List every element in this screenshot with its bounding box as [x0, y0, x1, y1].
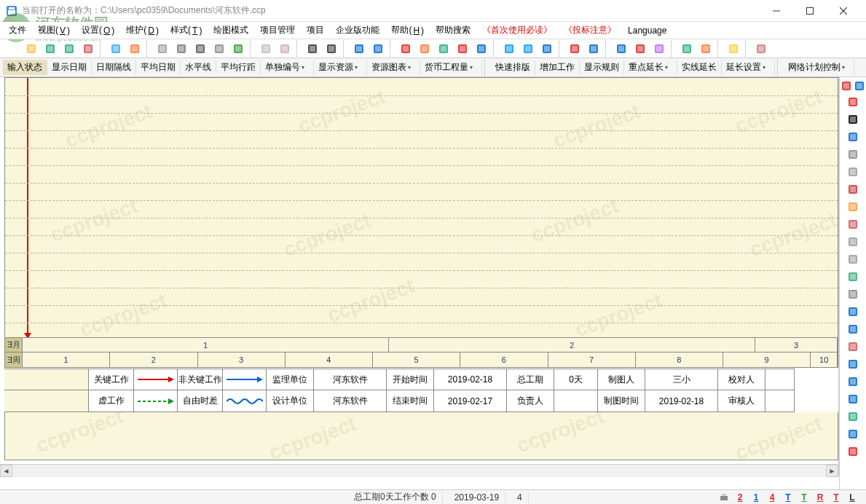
- date-icon[interactable]: [154, 41, 171, 57]
- target-icon[interactable]: [697, 41, 715, 57]
- cursor-icon[interactable]: [840, 112, 866, 127]
- menu-item-6[interactable]: 项目管理: [256, 23, 299, 38]
- toolbar2-item-5[interactable]: 平均行距: [216, 60, 261, 75]
- bars-red-icon[interactable]: [631, 41, 649, 57]
- spt-icon[interactable]: [840, 182, 866, 197]
- node2-icon[interactable]: [519, 41, 537, 57]
- text-icon[interactable]: [840, 217, 866, 232]
- stamp-icon[interactable]: [752, 41, 770, 57]
- toolbar2-item-11[interactable]: 快速排版: [491, 60, 535, 75]
- rect-icon[interactable]: [840, 339, 866, 354]
- toolbar2-item-4[interactable]: 水平线: [181, 60, 216, 75]
- style-red2-icon[interactable]: [454, 41, 471, 57]
- ruler-icon[interactable]: [840, 130, 866, 144]
- status-indicator-1[interactable]: 1: [749, 492, 763, 503]
- status-indicator-3[interactable]: T: [782, 492, 795, 503]
- vline2-icon[interactable]: [840, 322, 866, 336]
- layers2-icon[interactable]: [840, 252, 866, 267]
- curve-icon[interactable]: [840, 357, 866, 371]
- bars-icon[interactable]: [613, 41, 630, 57]
- maximize-button[interactable]: [793, 0, 827, 22]
- find-icon[interactable]: [304, 41, 321, 57]
- style-orange-icon[interactable]: [416, 41, 433, 57]
- style-red-icon[interactable]: [397, 41, 414, 57]
- node-icon[interactable]: [500, 41, 518, 57]
- plus-icon[interactable]: [229, 41, 247, 57]
- dots-icon[interactable]: [210, 41, 228, 57]
- undo-icon[interactable]: [350, 41, 368, 57]
- eye-icon[interactable]: [840, 427, 866, 441]
- copy-icon[interactable]: [257, 41, 275, 57]
- align-icon[interactable]: [566, 41, 583, 57]
- menu-item-12[interactable]: 《投标注意》: [559, 23, 621, 38]
- chart-icon[interactable]: [126, 41, 143, 57]
- menu-item-7[interactable]: 项目: [302, 23, 328, 38]
- toolbar2-item-3[interactable]: 平均日期: [136, 60, 181, 75]
- toolbar2-item-15[interactable]: 实线延长: [677, 60, 722, 75]
- toolbar2-item-13[interactable]: 显示规则: [580, 60, 624, 75]
- menu-item-3[interactable]: 维护(D): [122, 23, 163, 38]
- magnify-icon[interactable]: [840, 392, 866, 406]
- menu-item-8[interactable]: 企业版功能: [331, 23, 384, 38]
- toolbar2-item-8[interactable]: 资源图表▾: [367, 60, 420, 75]
- eraser-icon[interactable]: [840, 147, 866, 162]
- screen-icon[interactable]: [678, 41, 696, 57]
- menu-item-11[interactable]: 《首次使用必读》: [478, 23, 556, 38]
- toolbar2-item-9[interactable]: 货币工程量▾: [420, 60, 482, 75]
- globe-icon[interactable]: [840, 409, 866, 424]
- move-diag-icon[interactable]: [853, 79, 866, 93]
- gantt-canvas[interactable]: ccprojectccprojectccprojectccprojectccpr…: [4, 77, 838, 338]
- menu-item-13[interactable]: Language: [623, 24, 671, 37]
- redo-icon[interactable]: [369, 41, 387, 57]
- line-icon[interactable]: [538, 41, 556, 57]
- find-drop-icon[interactable]: [323, 41, 340, 57]
- move-cross-icon[interactable]: [840, 79, 853, 93]
- cursor-red-icon[interactable]: [840, 95, 866, 109]
- gear-icon[interactable]: [192, 41, 209, 57]
- menu-item-2[interactable]: 设置(O): [77, 23, 119, 38]
- toolbar2-item-14[interactable]: 重点延长▾: [624, 60, 677, 75]
- diamond-icon[interactable]: [840, 269, 866, 284]
- minimize-button[interactable]: [760, 0, 793, 22]
- toolbar2-item-18[interactable]: 网络计划控制▾: [784, 60, 854, 75]
- scroll-right-button[interactable]: ►: [826, 465, 838, 477]
- status-indicator-4[interactable]: T: [798, 492, 811, 503]
- status-indicator-5[interactable]: R: [814, 492, 827, 503]
- status-indicator-0[interactable]: 2: [733, 492, 747, 503]
- menu-item-4[interactable]: 样式(T): [166, 23, 206, 38]
- toolbar2-item-2[interactable]: 日期隔线: [92, 60, 136, 75]
- status-indicator-6[interactable]: T: [830, 492, 843, 503]
- hl-icon[interactable]: [840, 200, 866, 214]
- scroll-left-button[interactable]: ◄: [0, 465, 12, 477]
- menu-item-1[interactable]: 视图(V): [34, 23, 74, 38]
- toolbar2-item-12[interactable]: 增加工作: [535, 60, 580, 75]
- save-all-icon[interactable]: [60, 41, 78, 57]
- close-button[interactable]: [827, 0, 860, 22]
- toolbar2-item-16[interactable]: 延长设置▾: [722, 60, 775, 75]
- status-indicator-2[interactable]: 4: [765, 492, 779, 503]
- style-green-icon[interactable]: [435, 41, 452, 57]
- bars-v-icon[interactable]: [840, 444, 866, 459]
- align2-icon[interactable]: [585, 41, 602, 57]
- menu-item-0[interactable]: 文件: [4, 23, 31, 38]
- cube-icon[interactable]: [840, 287, 866, 302]
- vline-icon[interactable]: [840, 304, 866, 319]
- lower-canvas[interactable]: ccprojectccprojectccprojectccproject: [4, 412, 838, 460]
- menu-item-10[interactable]: 帮助搜索: [431, 23, 475, 38]
- poly-icon[interactable]: [840, 165, 866, 179]
- horizontal-scrollbar[interactable]: ◄ ►: [0, 464, 838, 476]
- toolbar2-item-6[interactable]: 单独编号▾: [261, 60, 314, 75]
- scroll-track[interactable]: [12, 465, 826, 477]
- menu-item-5[interactable]: 绘图模式: [209, 23, 253, 38]
- drop-icon[interactable]: [173, 41, 190, 57]
- zoom-icon[interactable]: [840, 374, 866, 389]
- layers-icon[interactable]: [840, 235, 866, 249]
- paste-icon[interactable]: [276, 41, 294, 57]
- export-icon[interactable]: [79, 41, 97, 57]
- doc-link-icon[interactable]: [107, 41, 125, 57]
- menu-item-9[interactable]: 帮助(H): [387, 23, 428, 38]
- toolbar2-item-1[interactable]: 显示日期: [47, 60, 92, 75]
- new-file-icon[interactable]: [4, 41, 21, 57]
- save-icon[interactable]: [42, 41, 59, 57]
- wand-icon[interactable]: [650, 41, 668, 57]
